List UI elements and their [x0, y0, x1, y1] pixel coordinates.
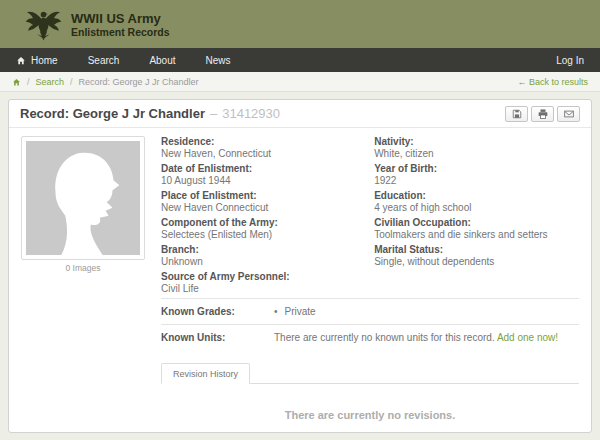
breadcrumb-current: Record: George J Jr Chandler — [79, 77, 199, 87]
breadcrumb-search-link[interactable]: Search — [36, 77, 65, 87]
known-grade-item: Private — [274, 306, 316, 318]
army-eagle-logo-icon — [25, 6, 62, 43]
email-button[interactable] — [557, 106, 580, 122]
record-dash: – — [210, 106, 217, 121]
tab-revision-history[interactable]: Revision History — [161, 363, 250, 384]
record-title-row: Record: George J Jr Chandler – 31412930 — [9, 100, 591, 128]
soldier-placeholder-image — [26, 141, 140, 255]
field-value: New Haven Connecticut — [161, 202, 374, 214]
house-icon — [12, 78, 21, 86]
field-label: Residence: — [161, 136, 374, 148]
field-label: Branch: — [161, 244, 374, 256]
nav-item-search[interactable]: Search — [73, 48, 135, 72]
field-value: Unknown — [161, 256, 374, 268]
field-component-of-army: Component of the Army: Selectees (Enlist… — [161, 217, 374, 241]
record-card: Record: George J Jr Chandler – 31412930 — [8, 99, 592, 433]
printer-icon — [538, 109, 548, 119]
nav-search-label: Search — [88, 55, 120, 66]
record-details: Residence: New Haven, Connecticut Date o… — [161, 136, 579, 421]
nav-item-home[interactable]: Home — [10, 48, 73, 72]
field-value: Toolmakers and die sinkers and setters — [374, 229, 579, 241]
record-content: 0 Images Residence: New Haven, Connectic… — [9, 128, 591, 421]
house-icon — [16, 56, 26, 65]
no-units-message: There are currently no known units for t… — [274, 332, 495, 343]
record-photo-frame — [21, 136, 145, 260]
field-value: Civil Life — [161, 283, 374, 295]
field-label: Component of the Army: — [161, 217, 374, 229]
field-label: Source of Army Personnel: — [161, 271, 374, 283]
page: WWII US Army Enlistment Records Home Sea… — [0, 0, 600, 440]
soldier-silhouette-icon — [26, 141, 140, 255]
known-grades-label: Known Grades: — [161, 306, 274, 318]
login-label: Log In — [556, 55, 584, 66]
breadcrumb-home-link[interactable] — [12, 78, 21, 86]
field-source-of-personnel: Source of Army Personnel: Civil Life — [161, 271, 374, 295]
fields-column-right: Nativity: White, citizen Year of Birth: … — [374, 136, 579, 298]
print-button[interactable] — [531, 106, 554, 122]
record-actions — [505, 106, 580, 122]
known-grades-row: Known Grades: Private — [161, 299, 579, 324]
field-value: New Haven, Connecticut — [161, 148, 374, 160]
fields-column-left: Residence: New Haven, Connecticut Date o… — [161, 136, 374, 298]
page-title: Record: George J Jr Chandler — [20, 106, 205, 121]
field-civilian-occupation: Civilian Occupation: Toolmakers and die … — [374, 217, 579, 241]
known-units-label: Known Units: — [161, 332, 274, 344]
nav-news-label: News — [206, 55, 231, 66]
breadcrumb-separator: / — [27, 77, 30, 87]
back-to-results-label: Back to results — [529, 77, 588, 87]
save-button[interactable] — [505, 106, 528, 122]
nav-item-about[interactable]: About — [134, 48, 190, 72]
site-header: WWII US Army Enlistment Records — [0, 0, 600, 48]
field-label: Date of Enlistment: — [161, 163, 374, 175]
field-marital-status: Marital Status: Single, without dependen… — [374, 244, 579, 268]
breadcrumb-separator: / — [70, 77, 73, 87]
field-value: 1922 — [374, 175, 579, 187]
field-label: Civilian Occupation: — [374, 217, 579, 229]
field-value: 4 years of high school — [374, 202, 579, 214]
field-branch: Branch: Unknown — [161, 244, 374, 268]
main-nav: Home Search About News Log In — [0, 48, 600, 72]
field-label: Education: — [374, 190, 579, 202]
image-column: 0 Images — [21, 136, 148, 421]
known-units-row: Known Units: There are currently no know… — [161, 325, 579, 350]
nav-item-news[interactable]: News — [191, 48, 246, 72]
back-to-results-link[interactable]: ← Back to results — [517, 77, 588, 87]
nav-about-label: About — [149, 55, 175, 66]
field-place-of-enlistment: Place of Enlistment: New Haven Connectic… — [161, 190, 374, 214]
field-year-of-birth: Year of Birth: 1922 — [374, 163, 579, 187]
fields-columns: Residence: New Haven, Connecticut Date o… — [161, 136, 579, 298]
save-icon — [512, 109, 522, 119]
field-date-of-enlistment: Date of Enlistment: 10 August 1944 — [161, 163, 374, 187]
revision-tabs: Revision History — [161, 363, 579, 384]
field-label: Marital Status: — [374, 244, 579, 256]
add-unit-link[interactable]: Add one now! — [497, 332, 558, 343]
no-revisions-message: There are currently no revisions. — [161, 409, 579, 421]
record-serial-number: 31412930 — [222, 106, 280, 121]
nav-home-label: Home — [31, 55, 58, 66]
field-label: Nativity: — [374, 136, 579, 148]
field-label: Year of Birth: — [374, 163, 579, 175]
field-value: 10 August 1944 — [161, 175, 374, 187]
brand-subtitle: Enlistment Records — [71, 26, 170, 38]
envelope-icon — [564, 109, 574, 119]
login-link[interactable]: Log In — [541, 48, 590, 72]
brand-text: WWII US Army Enlistment Records — [71, 11, 170, 38]
field-education: Education: 4 years of high school — [374, 190, 579, 214]
field-nativity: Nativity: White, citizen — [374, 136, 579, 160]
field-residence: Residence: New Haven, Connecticut — [161, 136, 374, 160]
field-value: White, citizen — [374, 148, 579, 160]
breadcrumb: / Search / Record: George J Jr Chandler … — [0, 72, 600, 92]
field-value: Single, without dependents — [374, 256, 579, 268]
field-label: Place of Enlistment: — [161, 190, 374, 202]
images-count-caption: 0 Images — [21, 263, 145, 273]
brand-title: WWII US Army — [71, 11, 170, 26]
known-units-text: There are currently no known units for t… — [274, 332, 558, 344]
back-arrow-icon: ← — [517, 77, 526, 87]
field-value: Selectees (Enlisted Men) — [161, 229, 374, 241]
